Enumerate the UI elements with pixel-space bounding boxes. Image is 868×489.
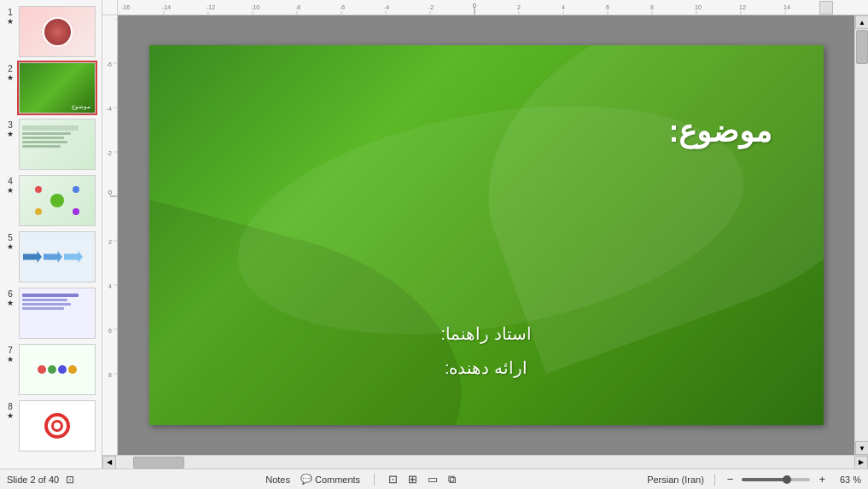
svg-text:8: 8	[650, 4, 654, 10]
zoom-percent-label[interactable]: 63 %	[834, 474, 861, 485]
svg-text:-2: -2	[428, 4, 434, 10]
scroll-up-button[interactable]: ▲	[855, 15, 868, 29]
svg-text:-4: -4	[384, 4, 389, 10]
svg-text:6: 6	[108, 328, 112, 334]
slide-main[interactable]: موضوع: استاد راهنما: ارائه دهنده:	[149, 45, 824, 425]
status-right: Persian (Iran) − + 63 %	[647, 473, 861, 486]
canvas-area: -16 -14 -12 -10 -8 -6 -4	[102, 0, 868, 469]
ruler-corner-btn[interactable]	[819, 1, 833, 15]
slide-number-4: 4	[8, 177, 13, 186]
svg-text:-2: -2	[107, 150, 112, 156]
slide-number-8: 8	[8, 402, 13, 411]
star-icon-7: ★	[7, 355, 14, 364]
svg-text:-16: -16	[121, 4, 130, 10]
star-icon-3: ★	[7, 130, 14, 138]
content-row: -6 -4 -2 0 2 4 6 8	[102, 15, 868, 455]
slide-number-3: 3	[8, 120, 13, 130]
slide-number-1: 1	[8, 8, 13, 17]
view-fit-icon[interactable]: ⊡	[388, 473, 398, 486]
comments-icon: 💬	[300, 474, 312, 485]
view-single-icon[interactable]: ▭	[428, 473, 438, 486]
view-extra-icon[interactable]: ⧉	[448, 473, 456, 486]
slide-number-5: 5	[8, 233, 13, 242]
divider-2	[714, 474, 715, 486]
slide-thumb-1[interactable]	[19, 6, 96, 57]
language-label: Persian (Iran)	[647, 474, 704, 485]
scroll-thumb-vertical[interactable]	[856, 30, 868, 64]
zoom-slider-thumb	[783, 475, 791, 484]
star-icon-4: ★	[7, 186, 14, 195]
slide-item-6[interactable]: 6 ★	[0, 285, 102, 341]
slide-thumb-8[interactable]	[19, 400, 96, 451]
slide-subtitle-1[interactable]: استاد راهنما:	[440, 323, 531, 344]
slide-subtitle-2[interactable]: ارائه دهنده:	[445, 358, 527, 378]
status-center: Notes 💬 Comments ⊡ ⊞ ▭ ⧉	[265, 473, 456, 486]
divider-1	[374, 474, 375, 486]
ruler-left: -6 -4 -2 0 2 4 6 8	[102, 15, 118, 455]
slide-number-6: 6	[8, 289, 13, 299]
svg-text:8: 8	[108, 372, 112, 378]
slide-number-2: 2	[8, 64, 13, 73]
svg-text:-8: -8	[295, 4, 300, 10]
slide-number-7: 7	[8, 346, 13, 355]
right-scrollbar: ▲ ▼	[854, 15, 868, 455]
slide-thumb-6[interactable]	[19, 288, 96, 339]
scroll-left-button[interactable]: ◀	[102, 456, 116, 469]
svg-text:0: 0	[473, 3, 476, 9]
slide-panel: 1 ★ 2 ★ موضوع:	[0, 0, 102, 469]
scroll-track-horizontal[interactable]	[116, 456, 854, 469]
status-left: Slide 2 of 40 ⊡	[7, 474, 74, 486]
ruler-ticks-top: -16 -14 -12 -10 -8 -6 -4	[118, 0, 819, 15]
scroll-right-button[interactable]: ▶	[854, 456, 868, 469]
svg-text:-6: -6	[340, 4, 345, 10]
main-area: 1 ★ 2 ★ موضوع:	[0, 0, 868, 469]
zoom-slider-fill	[742, 478, 784, 481]
svg-text:-12: -12	[207, 4, 215, 10]
svg-text:-4: -4	[107, 106, 112, 112]
svg-text:4: 4	[562, 4, 565, 10]
svg-text:12: 12	[739, 4, 746, 10]
slide-item-3[interactable]: 3 ★	[0, 116, 102, 172]
scroll-track-vertical[interactable]	[855, 29, 868, 441]
slide-canvas-wrapper: موضوع: استاد راهنما: ارائه دهنده:	[118, 15, 854, 455]
star-icon-6: ★	[7, 299, 14, 307]
zoom-slider-wrapper	[742, 478, 810, 481]
slide-info: Slide 2 of 40	[7, 474, 59, 485]
ruler-corner	[102, 0, 118, 15]
scroll-down-button[interactable]: ▼	[855, 441, 868, 455]
slide-thumb-2[interactable]: موضوع:	[19, 62, 96, 114]
layout-icon[interactable]: ⊡	[66, 474, 74, 486]
svg-text:2: 2	[108, 239, 112, 245]
slide-item-1[interactable]: 1 ★	[0, 3, 102, 60]
slide-thumb-3[interactable]	[19, 119, 96, 170]
notes-button[interactable]: Notes	[265, 474, 290, 485]
slide-item-2[interactable]: 2 ★ موضوع:	[0, 60, 102, 116]
comments-button[interactable]: 💬 Comments	[300, 474, 360, 485]
view-grid-icon[interactable]: ⊞	[408, 473, 417, 486]
svg-text:-10: -10	[251, 4, 259, 10]
star-icon-5: ★	[7, 242, 14, 251]
slide-item-8[interactable]: 8 ★	[0, 398, 102, 454]
svg-text:2: 2	[517, 4, 521, 10]
slide-item-7[interactable]: 7 ★	[0, 341, 102, 398]
slide-thumb-4[interactable]	[19, 175, 96, 226]
slide-item-5[interactable]: 5 ★	[0, 229, 102, 285]
star-icon-2: ★	[7, 73, 14, 82]
svg-text:6: 6	[606, 4, 609, 10]
svg-text:14: 14	[784, 4, 790, 10]
scroll-thumb-horizontal[interactable]	[133, 457, 184, 469]
slide-title[interactable]: موضوع:	[669, 114, 772, 149]
zoom-slider[interactable]	[742, 478, 810, 481]
slide-thumb-5[interactable]	[19, 231, 96, 282]
star-icon-1: ★	[7, 17, 14, 26]
zoom-plus-button[interactable]: +	[817, 473, 827, 486]
bottom-scrollbar-bar: ◀ ▶	[102, 455, 868, 469]
star-icon-8: ★	[7, 411, 14, 420]
thumb-2-text: موضوع:	[72, 103, 92, 110]
zoom-minus-button[interactable]: −	[725, 473, 736, 486]
status-bar: Slide 2 of 40 ⊡ Notes 💬 Comments ⊡ ⊞ ▭ ⧉…	[0, 469, 868, 489]
slide-item-4[interactable]: 4 ★	[0, 172, 102, 229]
svg-text:-6: -6	[107, 61, 112, 67]
ruler-top: -16 -14 -12 -10 -8 -6 -4	[102, 0, 868, 15]
slide-thumb-7[interactable]	[19, 344, 96, 395]
